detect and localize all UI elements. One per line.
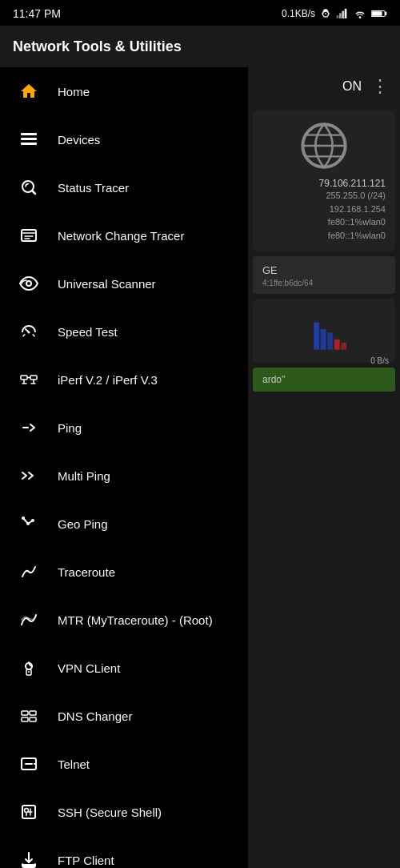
svg-rect-3	[345, 9, 347, 18]
alarm-icon	[320, 8, 331, 19]
sidebar-item-status-tracer[interactable]: Status Tracer	[0, 163, 248, 211]
svg-point-18	[31, 519, 34, 522]
status-time: 11:47 PM	[13, 7, 61, 20]
speed-indicator: 0.1KB/s	[282, 8, 315, 19]
universal-scanner-icon	[16, 271, 42, 296]
navigation-drawer: Home Devices Status Tracer	[0, 67, 248, 868]
traceroute-icon	[16, 559, 42, 585]
battery-icon	[371, 9, 387, 18]
sidebar-item-traceroute-label: Traceroute	[58, 565, 115, 579]
globe-icon	[298, 120, 350, 171]
sidebar-item-ping[interactable]: Ping	[0, 404, 248, 452]
dns-changer-icon	[16, 703, 42, 729]
ipv6-1: fe80::1%wlan0	[262, 215, 386, 229]
geo-ping-icon	[16, 511, 42, 536]
vpn-client-icon	[16, 655, 42, 681]
svg-rect-25	[30, 717, 36, 721]
svg-rect-1	[339, 13, 342, 18]
svg-rect-14	[21, 376, 27, 380]
content-toolbar: ON ⋮	[248, 67, 400, 106]
mtr-icon	[16, 607, 42, 633]
svg-rect-7	[21, 133, 37, 135]
ip-address: 79.106.211.121	[262, 178, 386, 189]
app-header: Network Tools & Utilities	[0, 26, 400, 67]
wifi-icon	[354, 8, 366, 19]
svg-rect-24	[22, 717, 28, 721]
sidebar-item-vpn-client[interactable]: VPN CLient	[0, 644, 248, 692]
sidebar-item-universal-scanner[interactable]: Universal Scanner	[0, 259, 248, 307]
sidebar-item-traceroute[interactable]: Traceroute	[0, 548, 248, 596]
svg-rect-2	[342, 11, 344, 18]
svg-point-12	[26, 281, 31, 286]
speed-test-icon	[16, 319, 42, 344]
sidebar-item-universal-scanner-label: Universal Scanner	[58, 277, 156, 291]
iperf-icon	[16, 367, 42, 392]
speed-chart: 0 B/s	[253, 299, 395, 363]
sidebar-item-multi-ping-label: Multi Ping	[58, 469, 110, 483]
sidebar-item-devices[interactable]: Devices	[0, 115, 248, 163]
sidebar-item-mtr-label: MTR (MyTraceroute) - (Root)	[58, 613, 213, 627]
sidebar-item-speed-test-label: Speed Test	[58, 325, 118, 339]
svg-point-16	[22, 516, 25, 520]
status-tracer-icon	[16, 175, 42, 200]
svg-rect-0	[337, 15, 339, 18]
svg-rect-8	[21, 138, 37, 140]
svg-rect-32	[327, 332, 333, 349]
sidebar-item-iperf[interactable]: iPerf V.2 / iPerf V.3	[0, 356, 248, 404]
status-bar: 11:47 PM 0.1KB/s	[0, 0, 400, 26]
sidebar-item-telnet-label: Telnet	[58, 757, 90, 771]
network-type-label: GE	[262, 264, 278, 276]
ssh-icon	[16, 799, 42, 825]
sidebar-item-mtr[interactable]: MTR (MyTraceroute) - (Root)	[0, 596, 248, 644]
svg-point-17	[26, 522, 30, 525]
sidebar-item-ftp-client[interactable]: FTP Client	[0, 836, 248, 868]
network-change-tracer-icon	[16, 223, 42, 248]
app-title: Network Tools & Utilities	[13, 38, 182, 55]
sidebar-item-home[interactable]: Home	[0, 67, 248, 115]
bottom-card: ardo"	[253, 368, 395, 392]
sidebar-item-status-tracer-label: Status Tracer	[58, 181, 129, 195]
svg-point-21	[28, 671, 30, 673]
multi-ping-icon	[16, 463, 42, 488]
sidebar-item-speed-test[interactable]: Speed Test	[0, 307, 248, 356]
svg-rect-15	[30, 376, 37, 380]
sidebar-item-ssh-label: SSH (Secure Shell)	[58, 806, 162, 819]
sidebar-item-iperf-label: iPerf V.2 / iPerf V.3	[58, 373, 158, 387]
sidebar-item-devices-label: Devices	[58, 133, 100, 147]
home-icon	[16, 78, 42, 104]
sidebar-item-ping-label: Ping	[58, 421, 82, 435]
sidebar-item-geo-ping[interactable]: Geo Ping	[0, 500, 248, 548]
sidebar-item-ssh[interactable]: SSH (Secure Shell)	[0, 788, 248, 836]
ping-icon	[16, 415, 42, 440]
telnet-icon	[16, 751, 42, 777]
sidebar-item-network-change-tracer[interactable]: Network Change Tracer	[0, 211, 248, 259]
sidebar-item-home-label: Home	[58, 85, 90, 98]
sidebar-item-multi-ping[interactable]: Multi Ping	[0, 452, 248, 500]
status-icons: 0.1KB/s	[282, 8, 387, 19]
sidebar-item-ftp-client-label: FTP Client	[58, 854, 114, 867]
svg-rect-22	[22, 711, 28, 715]
sidebar-item-network-change-tracer-label: Network Change Tracer	[58, 229, 184, 243]
bottom-label: ardo"	[262, 374, 285, 385]
content-area: ON ⋮ 79.106.211.121 255.255.0 (/24) 192.…	[248, 67, 400, 868]
network-card: 79.106.211.121 255.255.0 (/24) 192.168.1…	[253, 111, 395, 251]
svg-rect-5	[385, 12, 386, 15]
subnet-mask: 255.255.0 (/24)	[262, 189, 386, 203]
signal-icon	[336, 8, 349, 19]
sidebar-item-dns-changer-label: DNS Changer	[58, 709, 132, 723]
ipv6-partial: 4:1ffe:b6dc/64	[262, 279, 386, 287]
main-layout: Home Devices Status Tracer	[0, 67, 400, 868]
network-info: 255.255.0 (/24) 192.168.1.254 fe80::1%wl…	[262, 189, 386, 242]
sidebar-item-dns-changer[interactable]: DNS Changer	[0, 692, 248, 740]
ipv6-2: fe80::1%wlan0	[262, 229, 386, 243]
sidebar-item-telnet[interactable]: Telnet	[0, 740, 248, 788]
svg-point-13	[28, 332, 30, 334]
svg-rect-31	[321, 329, 326, 350]
svg-rect-11	[22, 230, 36, 241]
svg-rect-30	[314, 322, 319, 349]
ftp-client-icon	[16, 847, 42, 868]
svg-rect-6	[372, 11, 382, 16]
globe-icon-container	[262, 120, 386, 171]
network-type-card: GE 4:1ffe:b6dc/64	[253, 256, 395, 294]
more-options-button[interactable]: ⋮	[371, 76, 390, 97]
